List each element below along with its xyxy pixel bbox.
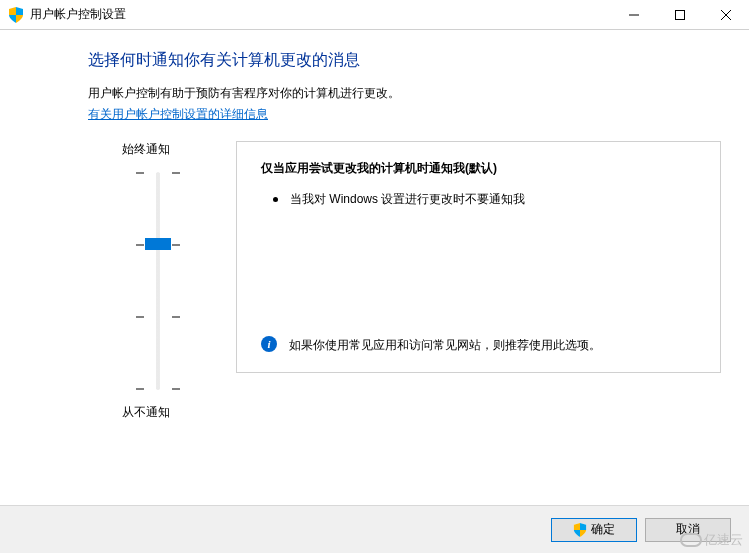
- slider-column: 始终通知 从不通知: [88, 141, 208, 421]
- slider-tick: [172, 388, 180, 390]
- uac-shield-icon: [8, 7, 24, 23]
- ok-button[interactable]: 确定: [551, 518, 637, 542]
- detail-title: 仅当应用尝试更改我的计算机时通知我(默认): [261, 160, 700, 177]
- slider-tick: [136, 388, 144, 390]
- window-controls: [611, 0, 749, 30]
- page-heading: 选择何时通知你有关计算机更改的消息: [88, 50, 721, 71]
- info-icon: i: [261, 336, 277, 352]
- slider-tick: [136, 172, 144, 174]
- detail-panel: 仅当应用尝试更改我的计算机时通知我(默认) 当我对 Windows 设置进行更改…: [236, 141, 721, 373]
- slider-tick: [172, 316, 180, 318]
- minimize-button[interactable]: [611, 0, 657, 30]
- svg-rect-0: [676, 10, 685, 19]
- slider-area: 始终通知 从不通知 仅当应用尝试更改我的计算机时通知我(默认) 当我: [88, 141, 721, 421]
- cancel-button-label: 取消: [676, 521, 700, 538]
- maximize-button[interactable]: [657, 0, 703, 30]
- detail-bullet-row: 当我对 Windows 设置进行更改时不要通知我: [261, 191, 700, 208]
- recommendation-text: 如果你使用常见应用和访问常见网站，则推荐使用此选项。: [289, 336, 601, 354]
- detail-top: 仅当应用尝试更改我的计算机时通知我(默认) 当我对 Windows 设置进行更改…: [261, 160, 700, 208]
- slider-tick: [136, 244, 144, 246]
- footer: 确定 取消: [0, 505, 749, 553]
- slider-thumb[interactable]: [145, 238, 171, 250]
- slider-track: [157, 172, 160, 390]
- slider-label-never: 从不通知: [122, 404, 170, 421]
- close-button[interactable]: [703, 0, 749, 30]
- uac-shield-icon: [573, 523, 587, 537]
- recommendation-row: i 如果你使用常见应用和访问常见网站，则推荐使用此选项。: [261, 336, 700, 354]
- help-link[interactable]: 有关用户帐户控制设置的详细信息: [88, 106, 268, 123]
- ok-button-label: 确定: [591, 521, 615, 538]
- slider-tick: [136, 316, 144, 318]
- slider-tick: [172, 172, 180, 174]
- window-title: 用户帐户控制设置: [30, 6, 126, 23]
- content-area: 选择何时通知你有关计算机更改的消息 用户帐户控制有助于预防有害程序对你的计算机进…: [0, 30, 749, 421]
- titlebar: 用户帐户控制设置: [0, 0, 749, 30]
- bullet-icon: [273, 197, 278, 202]
- uac-slider[interactable]: [128, 166, 188, 396]
- slider-label-always: 始终通知: [122, 141, 170, 158]
- detail-bullet-text: 当我对 Windows 设置进行更改时不要通知我: [290, 191, 525, 208]
- description-text: 用户帐户控制有助于预防有害程序对你的计算机进行更改。: [88, 85, 721, 102]
- slider-tick: [172, 244, 180, 246]
- cancel-button[interactable]: 取消: [645, 518, 731, 542]
